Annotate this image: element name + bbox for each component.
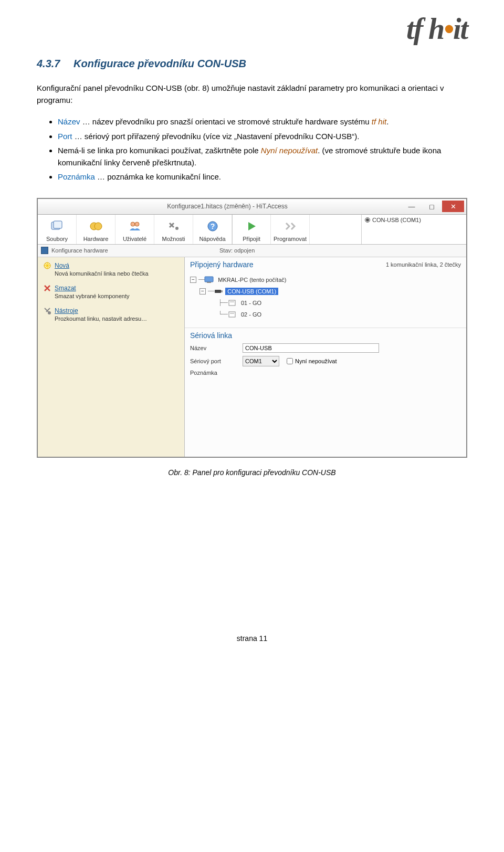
svg-point-6 xyxy=(175,227,178,230)
sidebar-desc: Nová komunikační linka nebo čtečka xyxy=(55,270,179,277)
svg-rect-19 xyxy=(230,313,234,314)
files-icon xyxy=(49,218,66,235)
tree-converter[interactable]: − ── CON-USB (COM1) xyxy=(190,286,461,297)
svg-rect-16 xyxy=(229,300,235,306)
save-icon[interactable] xyxy=(41,247,48,254)
figure-caption: Obr. 8: Panel pro konfiguraci převodníku… xyxy=(37,468,467,477)
reader-icon xyxy=(227,299,237,307)
subbar-left-text: Konfigurace hardware xyxy=(51,247,108,254)
sidebar-desc: Prozkoumat linku, nastavit adresu… xyxy=(55,315,179,322)
delete-icon xyxy=(43,284,51,292)
section-heading: 4.3.7 Konfigurace převodníku CON-USB xyxy=(37,58,467,70)
content-panel: Připojený hardware 1 komunikační linka, … xyxy=(185,257,466,457)
window-title: Konfigurace1.hitacs (změněn) - HiT.Acces… xyxy=(52,203,402,210)
sidebar: Nová Nová komunikační linka nebo čtečka … xyxy=(38,257,185,457)
svg-point-11 xyxy=(48,311,51,314)
computer-icon xyxy=(204,276,214,283)
ribbon-users[interactable]: Uživatelé xyxy=(116,215,154,244)
help-icon: ? xyxy=(204,218,221,235)
users-icon xyxy=(127,218,143,235)
app-window: Konfigurace1.hitacs (změněn) - HiT.Acces… xyxy=(37,198,467,458)
port-label: Sériový port xyxy=(190,358,243,364)
bullet-port: Port … sériový port přiřazený převodníku… xyxy=(58,130,467,142)
note-label: Poznámka xyxy=(190,370,243,376)
tree-reader-2[interactable]: └── 02 - GO xyxy=(190,309,461,320)
svg-marker-9 xyxy=(248,222,256,230)
sidebar-link[interactable]: Nová xyxy=(55,262,69,269)
sidebar-link[interactable]: Nástroje xyxy=(55,307,78,314)
name-input[interactable] xyxy=(243,343,379,353)
header-logo: tf h•it xyxy=(37,16,467,42)
ribbon-program[interactable]: Programovat xyxy=(271,215,310,244)
svg-rect-17 xyxy=(230,301,234,302)
ribbon-right-panel: CON-USB (COM1) xyxy=(361,215,466,244)
bullet-list: Název … název převodníku pro snazší orie… xyxy=(58,115,467,183)
close-button[interactable]: ✕ xyxy=(442,201,464,212)
form-row-note: Poznámka xyxy=(185,368,466,377)
svg-rect-12 xyxy=(205,277,213,282)
maximize-button[interactable]: ◻ xyxy=(422,201,441,212)
subbar-status: Stav: odpojen xyxy=(216,247,361,254)
svg-point-5 xyxy=(135,222,139,226)
sidebar-desc: Smazat vybrané komponenty xyxy=(55,293,179,299)
program-icon xyxy=(282,218,299,235)
disable-label: Nyní nepoužívat xyxy=(295,358,337,364)
ribbon-options[interactable]: Možnosti xyxy=(154,215,193,244)
minimize-button[interactable]: — xyxy=(402,201,421,212)
converter-icon xyxy=(214,288,223,295)
sidebar-item-tools[interactable]: Nástroje Prozkoumat linku, nastavit adre… xyxy=(43,307,179,322)
section-number: 4.3.7 xyxy=(37,58,60,69)
converter-radio[interactable]: CON-USB (COM1) xyxy=(365,217,463,223)
bullet-disable: Nemá-li se linka pro komunikaci používat… xyxy=(58,144,467,169)
ribbon-connect[interactable]: Připojit xyxy=(232,215,271,244)
reader-icon xyxy=(227,311,237,318)
tree-reader-1[interactable]: ├── 01 - GO xyxy=(190,297,461,309)
sub-toolbar: Konfigurace hardware Stav: odpojen xyxy=(38,245,466,257)
section-title-text: Konfigurace převodníku CON-USB xyxy=(74,58,246,69)
bullet-key: Název xyxy=(58,117,80,126)
bullet-hl: Nyní nepoužívat xyxy=(261,146,318,155)
page-footer: strana 11 xyxy=(37,634,467,643)
svg-point-4 xyxy=(131,222,135,226)
form-row-port: Sériový port COM1 Nyní nepoužívat xyxy=(185,354,466,368)
ribbon-hardware[interactable]: Hardware xyxy=(77,215,116,244)
bullet-tfhit: tf hit xyxy=(372,117,386,126)
disable-checkbox[interactable] xyxy=(287,358,293,364)
serial-section-header: Sériová linka xyxy=(185,328,466,342)
hardware-tree: − ── MKRAL-PC (tento počítač) − ── CON-U… xyxy=(185,271,466,325)
bullet-key: Poznámka xyxy=(58,172,95,181)
expander-icon[interactable]: − xyxy=(190,277,196,283)
name-label: Název xyxy=(190,345,243,351)
panel-count: 1 komunikační linka, 2 čtečky xyxy=(386,261,461,268)
sidebar-link[interactable]: Smazat xyxy=(55,285,76,292)
panel-title: Připojený hardware xyxy=(190,260,254,269)
bullet-note: Poznámka … poznámka ke komunikační lince… xyxy=(58,171,467,183)
titlebar: Konfigurace1.hitacs (změněn) - HiT.Acces… xyxy=(38,199,466,215)
options-icon xyxy=(165,218,182,235)
bullet-key: Port xyxy=(58,132,72,141)
hardware-icon xyxy=(88,218,104,235)
expander-icon[interactable]: − xyxy=(200,288,206,294)
ribbon-toolbar: Soubory Hardware Uživatelé Možnosti xyxy=(38,215,466,245)
tree-root[interactable]: − ── MKRAL-PC (tento počítač) xyxy=(190,274,461,286)
svg-rect-14 xyxy=(215,290,221,293)
ribbon-files[interactable]: Soubory xyxy=(38,215,77,244)
svg-rect-1 xyxy=(54,221,62,228)
intro-paragraph: Konfigurační panel převodníku CON-USB (o… xyxy=(37,82,467,106)
svg-rect-13 xyxy=(207,282,211,283)
port-select[interactable]: COM1 xyxy=(243,356,279,366)
svg-rect-18 xyxy=(229,312,235,317)
svg-point-3 xyxy=(94,223,102,230)
ribbon-help[interactable]: ? Nápověda xyxy=(193,215,232,244)
connect-icon xyxy=(243,218,260,235)
svg-text:?: ? xyxy=(210,222,215,230)
sidebar-item-delete[interactable]: Smazat Smazat vybrané komponenty xyxy=(43,284,179,299)
svg-rect-15 xyxy=(221,290,223,292)
tools-icon xyxy=(43,307,51,315)
sidebar-item-new[interactable]: Nová Nová komunikační linka nebo čtečka xyxy=(43,261,179,277)
bullet-name: Název … název převodníku pro snazší orie… xyxy=(58,115,467,128)
new-icon xyxy=(43,261,51,270)
form-row-name: Název xyxy=(185,342,466,354)
